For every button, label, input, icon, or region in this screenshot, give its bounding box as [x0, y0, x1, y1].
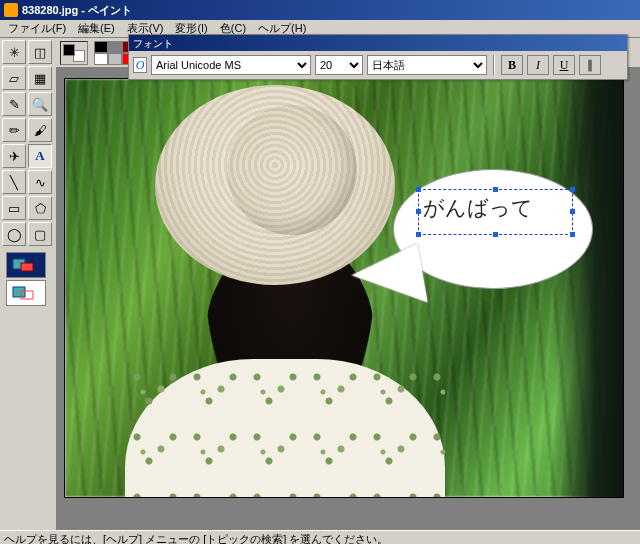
color-swatch[interactable] [108, 41, 122, 53]
canvas[interactable]: がんばって [64, 78, 624, 498]
resize-handle[interactable] [570, 187, 575, 192]
italic-button[interactable]: I [527, 55, 549, 75]
tool-eyedropper[interactable]: ✎ [2, 92, 26, 116]
tool-eraser[interactable]: ▱ [2, 66, 26, 90]
bold-button[interactable]: B [501, 55, 523, 75]
window-title: 838280.jpg - ペイント [22, 3, 132, 18]
status-bar: ヘルプを見るには、[ヘルプ] メニューの [トピックの検索] を選んでください。 [0, 530, 640, 544]
tool-fill[interactable]: ▦ [28, 66, 52, 90]
tool-line[interactable]: ╲ [2, 170, 26, 194]
text-transparent-option[interactable] [6, 280, 46, 306]
underline-button[interactable]: U [553, 55, 575, 75]
color-swatch[interactable] [94, 53, 108, 65]
resize-handle[interactable] [570, 209, 575, 214]
text-opaque-option[interactable] [6, 252, 46, 278]
tool-ellipse[interactable]: ◯ [2, 222, 26, 246]
title-bar: 838280.jpg - ペイント [0, 0, 640, 20]
tool-pencil[interactable]: ✏ [2, 118, 26, 142]
app-icon [4, 3, 18, 17]
resize-handle[interactable] [416, 187, 421, 192]
bubble-tail [348, 243, 427, 314]
fg-color [63, 44, 75, 56]
color-swatch[interactable] [108, 53, 122, 65]
tool-rectangle[interactable]: ▭ [2, 196, 26, 220]
tool-polygon[interactable]: ⬠ [28, 196, 52, 220]
tool-rounded-rect[interactable]: ▢ [28, 222, 52, 246]
tool-options [2, 252, 50, 306]
color-swatch[interactable] [94, 41, 108, 53]
workspace: ✳◫▱▦✎🔍✏🖌✈A╲∿▭⬠◯▢ [0, 38, 640, 530]
text-edit-box[interactable]: がんばって [418, 189, 573, 235]
tool-rect-select[interactable]: ◫ [28, 40, 52, 64]
font-preview-icon: O [133, 57, 147, 73]
photo-shoulder [125, 359, 445, 498]
vertical-text-button[interactable]: ∥ [579, 55, 601, 75]
font-family-select[interactable]: Arial Unicode MS [151, 55, 311, 75]
text-edit-content: がんばって [423, 194, 533, 222]
menu-file[interactable]: ファイル(F) [2, 20, 72, 37]
resize-handle[interactable] [493, 187, 498, 192]
fg-bg-colors[interactable] [60, 41, 88, 65]
tool-curve[interactable]: ∿ [28, 170, 52, 194]
toolbar-divider [493, 55, 495, 75]
svg-rect-2 [13, 287, 25, 297]
tool-free-select[interactable]: ✳ [2, 40, 26, 64]
tool-brush[interactable]: 🖌 [28, 118, 52, 142]
resize-handle[interactable] [570, 232, 575, 237]
font-toolbar[interactable]: フォント O Arial Unicode MS 20 日本語 B I U ∥ [128, 34, 628, 80]
tool-magnifier[interactable]: 🔍 [28, 92, 52, 116]
resize-handle[interactable] [416, 209, 421, 214]
font-size-select[interactable]: 20 [315, 55, 363, 75]
toolbox: ✳◫▱▦✎🔍✏🖌✈A╲∿▭⬠◯▢ [0, 38, 56, 530]
font-charset-select[interactable]: 日本語 [367, 55, 487, 75]
resize-handle[interactable] [416, 232, 421, 237]
svg-rect-1 [21, 263, 33, 271]
canvas-area: がんばって [56, 38, 640, 530]
tool-airbrush[interactable]: ✈ [2, 144, 26, 168]
resize-handle[interactable] [493, 232, 498, 237]
menu-edit[interactable]: 編集(E) [72, 20, 121, 37]
tool-text[interactable]: A [28, 144, 52, 168]
font-toolbar-title: フォント [129, 35, 627, 51]
